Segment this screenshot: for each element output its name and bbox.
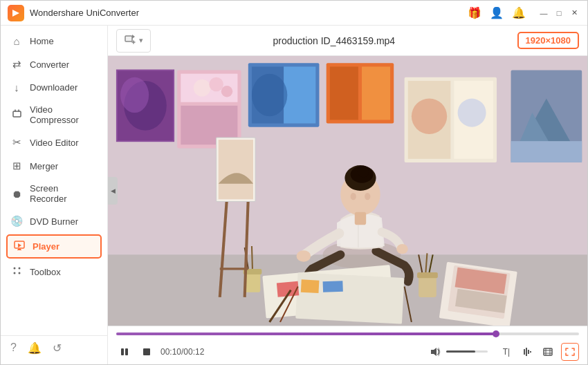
- progress-bar-container[interactable]: [116, 326, 579, 339]
- sidebar-item-video-compressor[interactable]: Video Compressor: [1, 99, 107, 131]
- svg-point-45: [365, 193, 370, 200]
- svg-rect-55: [419, 276, 437, 297]
- svg-point-5: [18, 268, 20, 270]
- svg-rect-31: [511, 141, 582, 162]
- screen-recorder-icon: ⏺: [10, 188, 23, 200]
- sidebar-collapse-button[interactable]: ◀: [108, 177, 118, 205]
- svg-point-19: [209, 77, 223, 92]
- video-container[interactable]: ◀: [108, 56, 587, 326]
- svg-rect-75: [143, 348, 150, 355]
- sidebar-label-toolbox: Toolbox: [30, 267, 61, 277]
- close-button[interactable]: ✕: [568, 7, 580, 19]
- svg-rect-2: [18, 249, 21, 250]
- resolution-badge[interactable]: 1920×1080: [517, 32, 579, 49]
- sidebar-item-converter[interactable]: ⇄ Converter: [1, 53, 107, 76]
- notification-icon[interactable]: 🔔: [511, 6, 526, 21]
- content-area: ▾ production ID_4463159.mp4 1920×1080 ◀: [108, 26, 587, 364]
- svg-rect-51: [323, 281, 343, 292]
- svg-rect-50: [301, 279, 320, 293]
- converter-icon: ⇄: [10, 58, 23, 71]
- svg-point-4: [13, 268, 15, 270]
- sidebar-item-video-editor[interactable]: ✂ Video Editor: [1, 131, 107, 154]
- add-files-button[interactable]: ▾: [116, 29, 151, 53]
- svg-point-7: [18, 272, 20, 274]
- svg-rect-72: [219, 140, 253, 199]
- progress-thumb: [493, 330, 499, 337]
- sidebar-item-dvd-burner[interactable]: 💿 DVD Burner: [1, 209, 107, 233]
- bell-icon[interactable]: 🔔: [28, 341, 42, 355]
- sidebar-label-downloader: Downloader: [30, 82, 77, 93]
- svg-point-43: [358, 166, 369, 177]
- file-name: production ID_4463159.mp4: [159, 35, 509, 46]
- sidebar-footer: ? 🔔 ↺: [1, 335, 107, 360]
- home-icon: ⌂: [10, 35, 23, 47]
- svg-point-39: [396, 244, 407, 254]
- stop-button[interactable]: [138, 344, 155, 360]
- sidebar-item-home[interactable]: ⌂ Home: [1, 30, 107, 53]
- volume-icon[interactable]: [428, 344, 443, 359]
- window-controls: — □ ✕: [538, 7, 580, 19]
- svg-point-44: [351, 193, 356, 200]
- fullscreen-button[interactable]: [561, 343, 579, 361]
- sidebar-label-player: Player: [33, 241, 59, 252]
- svg-rect-82: [544, 348, 552, 355]
- video-controls: 00:10/00:12: [108, 326, 587, 364]
- video-compressor-icon: [10, 109, 23, 121]
- volume-slider[interactable]: [446, 350, 488, 353]
- pause-button[interactable]: [116, 344, 133, 360]
- controls-row: 00:10/00:12: [116, 339, 579, 364]
- svg-point-6: [13, 272, 15, 274]
- add-icon: [124, 33, 136, 48]
- sidebar-item-screen-recorder[interactable]: ⏺ Screen Recorder: [1, 178, 107, 209]
- sidebar-label-compressor: Video Compressor: [30, 104, 98, 125]
- app-logo: [8, 5, 24, 21]
- sidebar-item-downloader[interactable]: ↓ Downloader: [1, 76, 107, 99]
- downloader-icon: ↓: [10, 82, 23, 93]
- svg-rect-23: [284, 66, 315, 123]
- title-bar-actions: 🎁 👤 🔔 — □ ✕: [467, 6, 580, 21]
- sidebar: ⌂ Home ⇄ Converter ↓ Downloader Video Co…: [1, 26, 108, 364]
- minimize-button[interactable]: —: [538, 7, 550, 19]
- svg-point-20: [221, 86, 232, 97]
- svg-point-35: [412, 99, 447, 134]
- svg-rect-46: [355, 212, 366, 225]
- progress-bar-track[interactable]: [116, 333, 579, 335]
- svg-rect-74: [125, 348, 128, 355]
- gift-icon[interactable]: 🎁: [467, 6, 482, 21]
- feedback-icon[interactable]: ↺: [53, 341, 62, 355]
- svg-rect-73: [121, 348, 124, 355]
- sidebar-item-player[interactable]: Player: [6, 234, 102, 259]
- dropdown-arrow: ▾: [139, 36, 143, 45]
- user-icon[interactable]: 👤: [489, 6, 504, 21]
- svg-point-36: [458, 99, 486, 127]
- help-icon[interactable]: ?: [10, 341, 17, 355]
- sidebar-item-toolbox[interactable]: Toolbox: [1, 260, 107, 283]
- svg-point-38: [297, 250, 311, 261]
- sidebar-label-converter: Converter: [30, 59, 69, 70]
- audio-waveform-button[interactable]: [520, 344, 535, 359]
- sidebar-label-dvd: DVD Burner: [30, 216, 78, 227]
- sidebar-label-merger: Merger: [30, 161, 58, 171]
- svg-rect-56: [417, 272, 438, 278]
- title-bar: Wondershare UniConverter 🎁 👤 🔔 — □ ✕: [1, 1, 587, 26]
- volume-control: [428, 344, 488, 359]
- merger-icon: ⊞: [10, 160, 23, 172]
- svg-rect-0: [13, 111, 21, 117]
- sidebar-item-merger[interactable]: ⊞ Merger: [1, 154, 107, 178]
- svg-point-18: [194, 79, 211, 97]
- sidebar-label-home: Home: [30, 36, 54, 46]
- main-content: ⌂ Home ⇄ Converter ↓ Downloader Video Co…: [1, 26, 587, 364]
- svg-point-24: [252, 74, 287, 117]
- video-editor-icon: ✂: [10, 136, 23, 149]
- maximize-button[interactable]: □: [553, 7, 565, 19]
- captions-button[interactable]: T|: [499, 344, 514, 359]
- content-toolbar: ▾ production ID_4463159.mp4 1920×1080: [108, 26, 587, 56]
- player-icon: [13, 240, 26, 253]
- svg-point-14: [120, 77, 149, 113]
- dvd-burner-icon: 💿: [10, 215, 23, 227]
- svg-rect-26: [330, 66, 358, 120]
- app-window: Wondershare UniConverter 🎁 👤 🔔 — □ ✕ ⌂ H…: [0, 0, 588, 365]
- crop-button[interactable]: [540, 344, 555, 359]
- svg-rect-8: [125, 36, 132, 41]
- sidebar-label-recorder: Screen Recorder: [30, 183, 98, 204]
